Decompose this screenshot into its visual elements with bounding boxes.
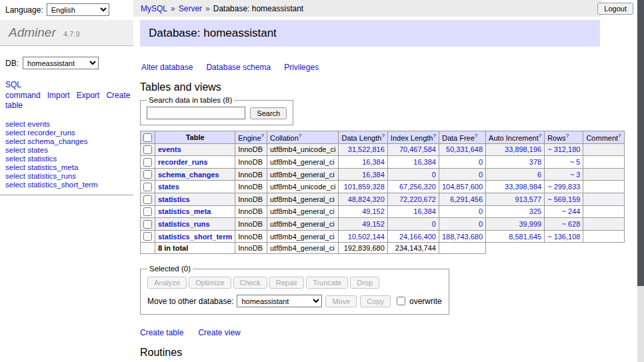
table-name-link[interactable]: statistics: [158, 195, 190, 203]
data-length-link[interactable]: 16,384: [362, 171, 385, 179]
table-name-link[interactable]: states: [158, 183, 179, 191]
search-button[interactable]: Search: [250, 107, 287, 119]
sidebar-link-sql-command[interactable]: SQL command: [5, 80, 41, 100]
data-free-link[interactable]: 0: [479, 171, 483, 179]
data-free-link[interactable]: 0: [479, 207, 483, 215]
row-checkbox[interactable]: [143, 195, 152, 204]
row-checkbox[interactable]: [143, 232, 152, 241]
tables-head-row: TableEngine?Collation?Data Length?Index …: [141, 131, 625, 144]
sidebar-link-export[interactable]: Export: [77, 91, 100, 100]
index-length-link[interactable]: 67,256,320: [399, 183, 436, 191]
logout-button[interactable]: Logout: [597, 3, 633, 15]
breadcrumb-link-server[interactable]: Server: [179, 4, 202, 13]
data-length-link[interactable]: 10,502,144: [348, 233, 385, 241]
table-name-link[interactable]: events: [158, 145, 181, 153]
sidebar-select-statistics[interactable]: select statistics: [5, 155, 128, 163]
table-name-link[interactable]: statistics_meta: [158, 207, 211, 215]
truncate-button[interactable]: Truncate: [306, 277, 348, 289]
sidebar-select-statistics-runs[interactable]: select statistics_runs: [5, 172, 128, 181]
data-length-link[interactable]: 16,384: [362, 158, 385, 166]
sidebar-select-events[interactable]: select events: [5, 120, 128, 129]
row-checkbox[interactable]: [143, 220, 152, 229]
data-free-link[interactable]: 188,743,680: [442, 233, 483, 241]
move-database-select[interactable]: homeassistant: [237, 295, 322, 307]
auto-increment-link[interactable]: 325: [529, 207, 541, 215]
drop-button[interactable]: Drop: [350, 277, 379, 289]
check-button[interactable]: Check: [233, 277, 267, 289]
table-name-link[interactable]: recorder_runs: [158, 158, 208, 166]
data-length-link[interactable]: 49,152: [362, 207, 385, 215]
auto-increment-link[interactable]: 33,898,196: [505, 145, 541, 153]
sidebar-select-statistics-short-term[interactable]: select statistics_short_term: [5, 181, 128, 189]
auto-increment-link[interactable]: 378: [529, 158, 541, 166]
nav-link-privileges[interactable]: Privileges: [284, 63, 319, 72]
nav-link-alter-database[interactable]: Alter database: [141, 63, 193, 72]
nav-link-database-schema[interactable]: Database schema: [206, 63, 271, 72]
sidebar-select-states[interactable]: select states: [5, 146, 128, 155]
language-select[interactable]: English: [47, 3, 109, 16]
scrollbar[interactable]: [637, 0, 644, 362]
auto-increment-link[interactable]: 39,999: [519, 220, 542, 228]
index-length-link[interactable]: 24,166,400: [399, 233, 436, 241]
rows-link[interactable]: ~ 5: [570, 158, 581, 166]
data-free-link[interactable]: 6,291,456: [450, 195, 483, 203]
selected-legend: Selected (0): [147, 265, 193, 273]
table-name-link[interactable]: statistics_runs: [158, 220, 210, 228]
link-create-view[interactable]: Create view: [198, 328, 240, 337]
sidebar-select-schema-changes[interactable]: select schema_changes: [5, 137, 128, 146]
auto-increment-link[interactable]: 6: [537, 171, 541, 179]
page-title: Database: homeassistant: [140, 20, 600, 47]
auto-increment-link[interactable]: 913,577: [515, 195, 541, 203]
scrollbar-thumb[interactable]: [637, 0, 644, 286]
row-checkbox[interactable]: [143, 158, 152, 167]
analyze-button[interactable]: Analyze: [147, 277, 187, 289]
index-length-link[interactable]: 70,467,584: [399, 145, 436, 153]
db-select[interactable]: homeassistant: [23, 57, 99, 69]
col-header-label: Data Length: [341, 134, 381, 142]
index-length-link[interactable]: 16,384: [413, 207, 436, 215]
repair-button[interactable]: Repair: [269, 277, 304, 289]
link-create-table[interactable]: Create table: [140, 328, 183, 337]
data-free-link[interactable]: 0: [479, 220, 483, 228]
index-length-link[interactable]: 72,220,672: [399, 195, 436, 203]
move-button[interactable]: Move: [325, 295, 357, 307]
auto-increment-link[interactable]: 33,398,984: [505, 183, 541, 191]
index-length-link[interactable]: 16,384: [413, 158, 436, 166]
index-length-link[interactable]: 0: [432, 220, 436, 228]
rows-link[interactable]: ~ 312,180: [547, 145, 580, 153]
data-free-link[interactable]: 104,857,600: [442, 183, 483, 191]
breadcrumb-link-mysql[interactable]: MySQL: [141, 4, 167, 13]
rows-link[interactable]: ~ 3: [570, 171, 581, 179]
table-name-link[interactable]: schema_changes: [158, 171, 219, 179]
table-name-link[interactable]: statistics_short_term: [158, 233, 232, 241]
data-length-link[interactable]: 31,522,816: [348, 145, 385, 153]
data-length-cell: 48,824,320: [339, 193, 387, 206]
rows-link[interactable]: ~ 299,833: [547, 183, 580, 191]
data-free-link[interactable]: 0: [479, 158, 483, 166]
rows-cell: ~ 244: [545, 205, 583, 218]
data-length-link[interactable]: 48,824,320: [348, 195, 385, 203]
row-checkbox[interactable]: [143, 207, 152, 216]
rows-link[interactable]: ~ 244: [562, 207, 581, 215]
data-free-link[interactable]: 50,331,648: [446, 145, 483, 153]
data-length-link[interactable]: 101,859,328: [344, 183, 385, 191]
sidebar-link-import[interactable]: Import: [47, 91, 70, 100]
auto-increment-cell: 6: [486, 168, 545, 181]
rows-link[interactable]: ~ 136,108: [547, 233, 580, 241]
search-input[interactable]: [147, 107, 245, 119]
optimize-button[interactable]: Optimize: [189, 277, 231, 289]
index-length-link[interactable]: 0: [432, 171, 436, 179]
row-checkbox[interactable]: [143, 183, 152, 191]
row-checkbox[interactable]: [143, 170, 152, 179]
row-checkbox[interactable]: [143, 145, 152, 154]
data-length-link[interactable]: 49,152: [362, 220, 385, 228]
rows-link[interactable]: ~ 569,159: [547, 195, 580, 203]
auto-increment-link[interactable]: 8,581,645: [509, 233, 541, 241]
rows-link[interactable]: ~ 628: [562, 220, 581, 228]
overwrite-checkbox[interactable]: [397, 297, 405, 305]
help-icon: ?: [381, 133, 384, 139]
sidebar-select-statistics-meta[interactable]: select statistics_meta: [5, 163, 128, 172]
select-all-checkbox[interactable]: [143, 133, 152, 142]
copy-button[interactable]: Copy: [360, 295, 391, 307]
sidebar-select-recorder-runs[interactable]: select recorder_runs: [5, 129, 128, 137]
